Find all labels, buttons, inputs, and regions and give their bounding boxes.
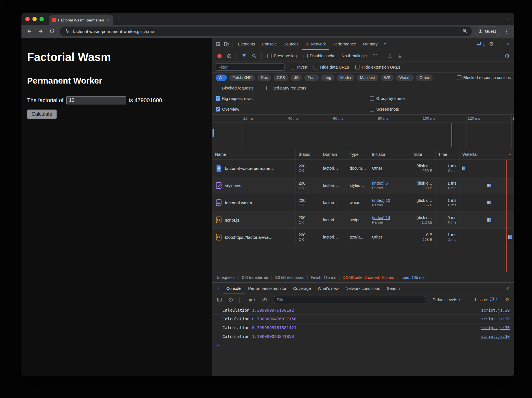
search-icon[interactable] — [250, 52, 258, 60]
source-link[interactable]: script.js:30 — [481, 325, 510, 330]
disable-cache-checkbox[interactable]: Disable cache — [303, 54, 335, 58]
browser-tab[interactable]: Factorial Wasm (permanent W ✕ — [49, 15, 113, 25]
column-header-waterfall[interactable]: Waterfall ▲ — [459, 149, 514, 159]
source-link[interactable]: script.js:30 — [481, 334, 510, 339]
clear-network-log-icon[interactable] — [225, 52, 233, 60]
site-settings-icon[interactable] — [64, 28, 70, 35]
console-filter-input[interactable] — [274, 296, 425, 303]
filter-chip-font[interactable]: Font — [304, 75, 319, 81]
log-levels-select[interactable]: Default levels ▾ — [430, 298, 463, 302]
back-button[interactable] — [24, 26, 34, 36]
tab-close-icon[interactable]: ✕ — [106, 18, 110, 22]
drawer-tab-coverage[interactable]: Coverage — [290, 283, 314, 294]
screenshots-checkbox[interactable]: Screenshots — [370, 107, 511, 111]
filter-chip-img[interactable]: Img — [321, 75, 334, 81]
column-header-size[interactable]: Size — [411, 149, 435, 159]
request-row[interactable]: script.js 200OK factori… script (index):… — [212, 211, 514, 229]
source-link[interactable]: script.js:30 — [481, 308, 510, 312]
drawer-close-icon[interactable]: ✕ — [503, 284, 512, 293]
export-har-icon[interactable] — [395, 52, 404, 60]
filter-chip-doc[interactable]: Doc — [257, 75, 271, 81]
device-toolbar-icon[interactable] — [222, 40, 231, 48]
initiator-link[interactable]: (index):14 — [372, 215, 408, 220]
profile-button[interactable]: Guest — [475, 27, 500, 36]
settings-gear-icon[interactable]: ⚙ — [487, 40, 496, 48]
devtools-close-icon[interactable]: ✕ — [504, 40, 513, 48]
filter-chip-fetch-xhr[interactable]: Fetch/XHR — [229, 75, 255, 81]
drawer-tab-network-conditions[interactable]: Network conditions — [342, 283, 384, 294]
tab-performance[interactable]: Performance — [329, 38, 360, 50]
tab-search-icon[interactable]: ⌄ — [503, 15, 510, 23]
column-header-time[interactable]: Time — [435, 149, 459, 159]
drawer-tab-performance-monitor[interactable]: Performance monitor — [245, 283, 290, 294]
third-party-requests-checkbox[interactable]: 3rd-party requests — [266, 86, 306, 90]
drawer-menu-icon[interactable]: ⋮ — [214, 284, 223, 293]
maximize-window-button[interactable] — [40, 17, 44, 21]
column-header-type[interactable]: Type — [347, 149, 369, 159]
javascript-context-select[interactable]: top ▾ — [244, 298, 258, 302]
tab-sources[interactable]: Sources — [280, 38, 302, 50]
factorial-input[interactable] — [66, 96, 126, 104]
network-conditions-icon[interactable] — [371, 52, 379, 60]
overview-checkbox[interactable]: Overview — [216, 107, 357, 111]
request-row[interactable]: blob:https://factorial-wa… 200OK factori… — [212, 229, 514, 246]
filter-chip-wasm[interactable]: Wasm — [396, 75, 414, 81]
column-header-initiator[interactable]: Initiator — [369, 149, 411, 159]
drawer-issues-counter[interactable]: 1 Issue: 1 — [472, 297, 500, 303]
blocked-response-cookies-checkbox[interactable]: Blocked response cookies — [457, 75, 511, 80]
initiator-link[interactable]: (index):5 — [372, 181, 408, 185]
filter-icon[interactable] — [240, 52, 248, 60]
filter-chip-manifest[interactable]: Manifest — [357, 75, 378, 81]
filter-chip-js[interactable]: JS — [291, 75, 302, 81]
zoom-icon[interactable] — [462, 28, 467, 34]
drawer-tab-console[interactable]: Console — [223, 283, 245, 294]
forward-button[interactable] — [36, 26, 46, 36]
hide-data-urls-checkbox[interactable]: Hide data URLs — [314, 65, 349, 69]
filter-chip-other[interactable]: Other — [416, 75, 433, 81]
record-button[interactable] — [215, 52, 224, 60]
column-header-name[interactable]: Name — [212, 149, 296, 159]
live-expression-eye-icon[interactable] — [260, 296, 269, 304]
filter-chip-all[interactable]: All — [216, 75, 227, 81]
more-tabs-icon[interactable]: » — [381, 40, 389, 48]
tab-elements[interactable]: Elements — [235, 38, 258, 50]
throttling-select[interactable]: No throttling ▾ — [339, 54, 369, 58]
console-sidebar-icon[interactable] — [215, 296, 224, 304]
network-filter-input[interactable] — [216, 64, 284, 71]
filter-chip-css[interactable]: CSS — [273, 75, 288, 81]
new-tab-button[interactable]: + — [117, 16, 121, 22]
initiator-link[interactable]: (index):10 — [372, 198, 408, 203]
big-request-rows-checkbox[interactable]: Big request rows — [216, 96, 357, 101]
request-row[interactable]: WA factorial.wasm 200OK factori… wasm (i… — [212, 194, 514, 211]
import-har-icon[interactable] — [386, 52, 394, 60]
clear-console-icon[interactable] — [226, 296, 235, 304]
inspect-element-icon[interactable] — [214, 40, 222, 48]
calculate-button[interactable]: Calculate — [27, 110, 57, 119]
tab-network[interactable]: ⚠ Network — [302, 38, 329, 50]
preserve-log-checkbox[interactable]: Preserve log — [267, 54, 297, 58]
console-settings-icon[interactable]: ⚙ — [503, 296, 511, 304]
tab-console[interactable]: Console — [258, 38, 280, 50]
timeline-overview[interactable]: 20 ms 40 ms 60 ms 80 ms 100 ms 120 ms 14 — [212, 115, 514, 149]
column-header-status[interactable]: Status — [296, 149, 320, 159]
issues-counter[interactable]: 1 — [474, 41, 487, 47]
drawer-tab-whats-new[interactable]: What's new — [314, 283, 342, 294]
devtools-menu-icon[interactable]: ⋮ — [496, 40, 504, 48]
network-settings-gear-icon[interactable]: ⚙ — [503, 52, 511, 60]
reload-button[interactable] — [47, 26, 57, 36]
source-link[interactable]: script.js:30 — [481, 317, 510, 321]
blocked-requests-checkbox[interactable]: Blocked requests — [216, 86, 253, 90]
drawer-tab-search[interactable]: Search — [383, 283, 403, 294]
address-bar[interactable]: factorial-wasm-permanent-worker.glitch.m… — [60, 27, 472, 36]
group-by-frame-checkbox[interactable]: Group by frame — [370, 96, 511, 101]
request-row[interactable]: style.css 200OK factori… styles… (index)… — [212, 177, 514, 194]
filter-chip-media[interactable]: Media — [337, 75, 354, 81]
browser-menu-icon[interactable]: ⋮ — [501, 26, 511, 36]
filter-chip-ws[interactable]: WS — [381, 75, 394, 81]
tab-memory[interactable]: Memory — [360, 38, 381, 50]
minimize-window-button[interactable] — [32, 17, 37, 21]
close-window-button[interactable] — [25, 17, 30, 21]
request-row[interactable]: factorial-wasm-permane… 200OK factori… d… — [212, 160, 514, 177]
hide-extension-urls-checkbox[interactable]: Hide extension URLs — [355, 65, 400, 69]
invert-checkbox[interactable]: Invert — [291, 65, 307, 69]
